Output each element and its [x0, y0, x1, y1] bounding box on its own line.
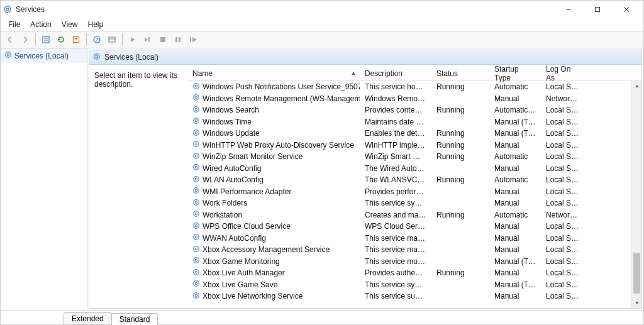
scrollbar-track[interactable]	[632, 91, 641, 298]
cell-description: Provides perform...	[360, 187, 431, 196]
column-header-logon[interactable]: Log On As	[541, 66, 586, 80]
service-row[interactable]: WWAN AutoConfigThis service mana...Manua…	[187, 233, 641, 245]
cell-status: Running	[431, 141, 489, 150]
menu-view[interactable]: View	[57, 19, 83, 30]
column-header-startup[interactable]: Startup Type	[489, 66, 541, 80]
stop-after-button[interactable]	[141, 33, 155, 47]
gear-icon	[192, 292, 200, 301]
scrollbar-thumb[interactable]	[633, 253, 640, 294]
service-row[interactable]: Xbox Accessory Management ServiceThis se…	[187, 244, 641, 256]
service-row[interactable]: Windows Remote Management (WS-Managem...…	[187, 93, 641, 105]
service-row[interactable]: Xbox Game MonitoringThis service moni...…	[187, 256, 641, 268]
panel-header-title: Services (Local)	[104, 53, 158, 62]
service-name: Xbox Game Monitoring	[203, 257, 280, 266]
column-header-name[interactable]: Name	[187, 66, 360, 80]
svg-point-33	[194, 141, 199, 147]
svg-text:?: ?	[96, 37, 99, 43]
service-row[interactable]: WPS Office Cloud ServiceWPS Cloud Servic…	[187, 221, 641, 233]
cell-startup: Manual (Tri...	[489, 118, 541, 126]
tree-item-services-local[interactable]: Services (Local)	[1, 48, 87, 63]
cell-startup: Manual	[489, 94, 541, 103]
cell-status: Running	[431, 211, 489, 219]
svg-point-56	[195, 271, 197, 273]
service-row[interactable]: Windows UpdateEnables the detec...Runnin…	[187, 128, 641, 140]
close-button[interactable]	[612, 1, 641, 18]
svg-point-34	[195, 143, 197, 145]
cell-name: Windows Search	[187, 106, 360, 115]
cell-logon: Local Syst...	[541, 106, 586, 114]
column-header-status[interactable]: Status	[431, 66, 489, 80]
pause-button[interactable]	[171, 33, 185, 47]
app-icon	[3, 5, 12, 14]
cell-name: WWAN AutoConfig	[187, 233, 360, 243]
svg-point-49	[194, 234, 199, 240]
nav-tree: Services (Local)	[1, 48, 87, 310]
cell-logon: Local Syst...	[541, 257, 586, 266]
service-row[interactable]: Xbox Live Auth ManagerProvides authenti.…	[187, 267, 641, 279]
properties-button[interactable]	[39, 33, 53, 47]
scroll-up-icon[interactable]	[632, 81, 641, 91]
cell-name: Xbox Live Networking Service	[187, 292, 360, 301]
service-row[interactable]: Windows Push Notifications User Service_…	[187, 81, 641, 93]
vertical-scrollbar[interactable]	[631, 81, 641, 308]
service-row[interactable]: Wired AutoConfigThe Wired AutoC...Manual…	[187, 163, 641, 175]
restart-button[interactable]	[186, 33, 200, 47]
gear-icon	[192, 140, 200, 150]
cell-description: WPS Cloud Service	[360, 222, 431, 231]
gear-icon	[192, 152, 200, 162]
view-button[interactable]	[105, 33, 119, 47]
toolbar-separator	[35, 33, 36, 46]
service-row[interactable]: WinZip Smart Monitor ServiceWinZip Smart…	[187, 151, 641, 163]
service-row[interactable]: Work FoldersThis service syncs...ManualL…	[187, 197, 641, 209]
stop-button[interactable]	[156, 33, 170, 47]
minimize-button[interactable]	[554, 1, 583, 18]
cell-description: WinHTTP implem...	[360, 141, 431, 150]
toolbar-separator	[86, 33, 87, 46]
service-row[interactable]: Xbox Live Networking ServiceThis service…	[187, 290, 641, 302]
export-button[interactable]	[69, 33, 83, 47]
svg-rect-14	[148, 37, 150, 42]
refresh-button[interactable]	[54, 33, 68, 47]
svg-rect-15	[160, 37, 165, 42]
svg-point-44	[195, 201, 197, 203]
service-name: Xbox Accessory Management Service	[203, 245, 330, 254]
cell-name: Windows Remote Management (WS-Managem...	[187, 94, 360, 103]
svg-point-35	[194, 153, 199, 158]
forward-button[interactable]	[18, 33, 32, 47]
svg-point-30	[195, 120, 197, 122]
column-header-description[interactable]: Description	[360, 66, 431, 80]
description-pane: Select an item to view its description.	[89, 66, 187, 308]
scroll-down-icon[interactable]	[632, 298, 641, 308]
service-name: Workstation	[203, 211, 242, 219]
start-button[interactable]	[126, 33, 140, 47]
svg-point-21	[94, 53, 100, 59]
cell-status: Running	[431, 106, 489, 114]
menu-action[interactable]: Action	[25, 19, 56, 30]
cell-status: Running	[431, 82, 489, 91]
cell-name: WLAN AutoConfig	[187, 175, 360, 185]
menu-help[interactable]: Help	[83, 19, 109, 30]
service-name: WinZip Smart Monitor Service	[203, 152, 303, 161]
gear-icon	[192, 175, 200, 185]
service-name: WPS Office Cloud Service	[203, 222, 291, 231]
service-row[interactable]: WMI Performance AdapterProvides perform.…	[187, 186, 641, 198]
gear-icon	[192, 129, 200, 138]
cell-name: WMI Performance Adapter	[187, 187, 360, 196]
cell-description: The WLANSVC se...	[360, 175, 431, 184]
help-button[interactable]: ?	[90, 33, 104, 47]
menu-file[interactable]: File	[3, 19, 25, 30]
cell-startup: Automatic	[489, 211, 541, 219]
service-row[interactable]: Windows TimeMaintains date a...Manual (T…	[187, 116, 641, 128]
service-row[interactable]: WLAN AutoConfigThe WLANSVC se...RunningA…	[187, 174, 641, 186]
svg-point-59	[194, 292, 199, 298]
back-button[interactable]	[3, 33, 17, 47]
svg-point-32	[195, 131, 197, 133]
service-row[interactable]: WinHTTP Web Proxy Auto-Discovery Service…	[187, 140, 641, 151]
maximize-button[interactable]	[583, 1, 612, 18]
tab-extended[interactable]: Extended	[64, 312, 112, 324]
service-row[interactable]: WorkstationCreates and main...RunningAut…	[187, 209, 641, 221]
tab-standard[interactable]: Standard	[111, 313, 158, 325]
service-row[interactable]: Windows SearchProvides content ...Runnin…	[187, 104, 641, 116]
service-row[interactable]: Xbox Live Game SaveThis service syncs...…	[187, 279, 641, 291]
body-split: Services (Local) Services (Local) Select…	[1, 48, 643, 311]
